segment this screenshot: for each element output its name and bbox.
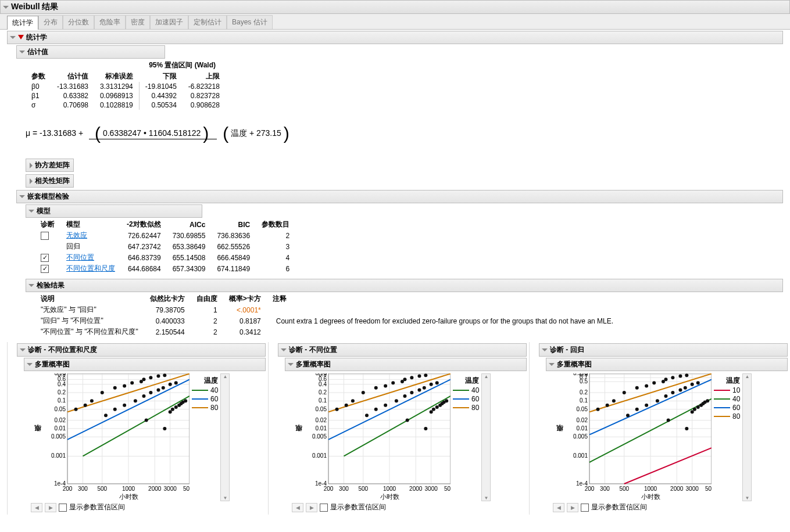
svg-point-117	[345, 404, 348, 407]
disclosure-icon[interactable]	[28, 284, 34, 287]
svg-text:0.01: 0.01	[577, 425, 588, 432]
show-ci-checkbox[interactable]	[320, 504, 328, 512]
svg-text:小时数: 小时数	[380, 493, 399, 500]
disclosure-icon[interactable]	[542, 348, 548, 351]
svg-point-199	[664, 378, 667, 381]
prev-button[interactable]: ◀	[553, 503, 564, 512]
svg-point-205	[645, 404, 648, 407]
svg-point-207	[664, 394, 667, 398]
svg-point-215	[691, 410, 694, 414]
section-estimates[interactable]: 估计值	[16, 45, 165, 59]
disclosure-icon[interactable]	[3, 6, 9, 9]
next-button[interactable]: ▶	[306, 503, 317, 512]
tab-7[interactable]: Bayes 估计	[227, 15, 273, 29]
svg-point-128	[365, 414, 369, 417]
disclosure-icon[interactable]	[281, 348, 287, 351]
probability-plot[interactable]: 概率20030050010002000300050001e-40.0010.00…	[292, 373, 527, 501]
svg-point-196	[645, 384, 648, 387]
tab-2[interactable]: 分位数	[63, 15, 94, 29]
diagnose-checkbox[interactable]	[41, 265, 49, 273]
disclosure-icon[interactable]	[549, 363, 555, 366]
section-nested[interactable]: 嵌套模型检验	[16, 190, 783, 203]
section-model[interactable]: 模型	[26, 204, 202, 218]
disclosure-icon[interactable]	[27, 363, 33, 366]
svg-point-65	[163, 427, 166, 430]
model-link[interactable]: 不同位置和尺度	[66, 264, 115, 272]
y-axis-label: 概率	[553, 373, 567, 501]
svg-point-121	[384, 384, 387, 387]
tab-5[interactable]: 加速因子	[150, 15, 188, 29]
tab-0[interactable]: 统计学	[7, 16, 38, 30]
table-row: 回归647.23742653.38649662.555263	[35, 241, 295, 252]
svg-text:0.05: 0.05	[577, 406, 588, 412]
section-statistics[interactable]: 统计学	[7, 31, 783, 44]
panel-header[interactable]: 诊断 - 不同位置和尺度	[17, 343, 266, 357]
svg-point-61	[162, 386, 165, 390]
svg-point-200	[671, 376, 674, 379]
disclosure-icon[interactable]	[20, 348, 26, 351]
svg-text:0.02: 0.02	[55, 417, 66, 423]
svg-point-133	[410, 391, 413, 394]
svg-text:2000: 2000	[409, 486, 423, 492]
show-ci-checkbox[interactable]	[581, 504, 589, 512]
svg-text:5000: 5000	[705, 486, 712, 492]
table-row: "无效应" 与 "回归"79.387051<.0001*	[35, 304, 619, 315]
prev-button[interactable]: ◀	[31, 503, 42, 512]
table-row: 不同位置646.83739655.14508666.458494	[35, 252, 295, 263]
tab-1[interactable]: 分布	[38, 15, 63, 29]
scrollbar[interactable]: ▲▼	[481, 373, 491, 501]
tab-6[interactable]: 定制估计	[188, 15, 227, 29]
table-row: 不同位置和尺度644.68684657.34309674.118496	[35, 263, 295, 274]
diagnostic-panel: 诊断 - 回归多重概率图概率20030050010002000300050001…	[529, 342, 790, 515]
panel-header[interactable]: 诊断 - 不同位置	[278, 343, 527, 357]
tab-4[interactable]: 密度	[126, 15, 150, 29]
disclosure-icon[interactable]	[28, 210, 34, 213]
section-covariance[interactable]: 协方差矩阵	[26, 159, 74, 172]
svg-point-204	[635, 408, 639, 411]
svg-text:500: 500	[358, 486, 368, 492]
svg-point-125	[410, 376, 413, 379]
subpanel-header[interactable]: 多重概率图	[24, 358, 266, 371]
next-button[interactable]: ▶	[45, 503, 56, 512]
svg-point-135	[423, 386, 426, 390]
svg-text:0.1: 0.1	[58, 397, 66, 404]
svg-point-67	[171, 408, 174, 411]
diagnose-checkbox[interactable]	[41, 254, 49, 262]
model-link[interactable]: 无效应	[66, 231, 87, 239]
scrollbar[interactable]: ▲▼	[220, 373, 230, 501]
disclosure-icon[interactable]	[30, 178, 33, 184]
svg-line-187	[624, 448, 712, 484]
model-link[interactable]: 不同位置	[66, 253, 94, 261]
subpanel-header[interactable]: 多重概率图	[285, 358, 527, 371]
panel-header[interactable]: 诊断 - 回归	[539, 343, 788, 357]
probability-plot[interactable]: 概率20030050010002000300050001e-40.0010.00…	[31, 373, 266, 501]
section-correlation[interactable]: 相关性矩阵	[26, 174, 74, 188]
disclosure-icon[interactable]	[19, 195, 25, 198]
subpanel-header[interactable]: 多重概率图	[546, 358, 788, 371]
svg-point-50	[142, 378, 145, 381]
svg-point-137	[435, 381, 439, 384]
svg-point-206	[656, 399, 659, 402]
tab-3[interactable]: 危险率	[94, 15, 126, 29]
table-row: β10.633820.09689130.443920.823728	[26, 91, 226, 100]
scrollbar[interactable]: ▲▼	[742, 373, 752, 501]
disclosure-icon[interactable]	[30, 163, 33, 168]
window-title: Weibull 结果	[11, 2, 58, 12]
svg-point-63	[174, 381, 178, 384]
probability-plot[interactable]: 概率20030050010002000300050001e-40.0010.00…	[553, 373, 788, 501]
svg-text:3000: 3000	[164, 486, 177, 492]
tabs-row: 统计学分布分位数危险率密度加速因子定制估计Bayes 估计	[0, 14, 790, 30]
next-button[interactable]: ▶	[567, 503, 578, 512]
hotspot-icon[interactable]	[18, 35, 24, 41]
section-tests[interactable]: 检验结果	[26, 279, 783, 292]
disclosure-icon[interactable]	[288, 363, 294, 366]
disclosure-icon[interactable]	[10, 36, 16, 39]
prev-button[interactable]: ◀	[292, 503, 303, 512]
show-ci-checkbox[interactable]	[59, 504, 67, 512]
disclosure-icon[interactable]	[19, 51, 25, 53]
diagnose-checkbox[interactable]	[41, 232, 49, 240]
svg-text:0.2: 0.2	[58, 389, 66, 396]
svg-point-58	[142, 394, 145, 398]
svg-text:0.01: 0.01	[316, 425, 327, 432]
svg-text:0.02: 0.02	[577, 417, 588, 423]
